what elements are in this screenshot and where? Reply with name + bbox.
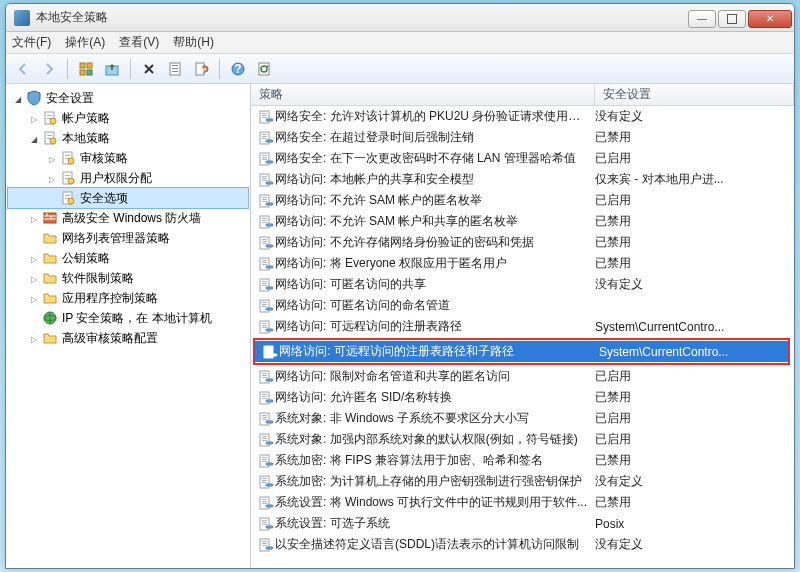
svg-rect-110 [262, 398, 267, 399]
tree-item[interactable]: 安全选项 [8, 188, 248, 208]
policy-list[interactable]: 策略 安全设置 网络安全: 允许对该计算机的 PKU2U 身份验证请求使用联..… [251, 84, 794, 568]
policy-row[interactable]: 网络访问: 限制对命名管道和共享的匿名访问已启用 [251, 366, 794, 387]
expand-icon[interactable] [28, 333, 40, 344]
svg-rect-95 [262, 327, 267, 328]
svg-point-33 [68, 198, 74, 204]
svg-rect-43 [262, 113, 267, 114]
svg-rect-113 [262, 415, 267, 416]
policy-row[interactable]: 网络访问: 可匿名访问的共享没有定义 [251, 274, 794, 295]
policy-row[interactable]: 系统设置: 将 Windows 可执行文件中的证书规则用于软件...已禁用 [251, 492, 794, 513]
help-button[interactable]: ? [227, 58, 249, 80]
svg-rect-81 [266, 266, 273, 268]
tree-item[interactable]: 用户权限分配 [8, 168, 248, 188]
policy-row[interactable]: 系统设置: 可选子系统Posix [251, 513, 794, 534]
svg-rect-64 [262, 199, 267, 200]
svg-rect-114 [262, 417, 267, 418]
svg-rect-83 [262, 281, 267, 282]
up-button[interactable] [101, 58, 123, 80]
policy-name: 系统设置: 将 Windows 可执行文件中的证书规则用于软件... [275, 494, 595, 511]
policy-row[interactable]: 网络安全: 在下一次更改密码时不存储 LAN 管理器哈希值已启用 [251, 148, 794, 169]
tree-item[interactable]: 审核策略 [8, 148, 248, 168]
policy-row[interactable]: 网络访问: 不允许 SAM 帐户和共享的匿名枚举已禁用 [251, 211, 794, 232]
tree-item-label: 高级审核策略配置 [62, 330, 158, 347]
svg-rect-143 [262, 541, 267, 542]
policy-row[interactable]: 网络访问: 不允许 SAM 帐户的匿名枚举已启用 [251, 190, 794, 211]
expand-icon[interactable] [12, 93, 24, 104]
expand-icon[interactable] [28, 293, 40, 304]
menu-file[interactable]: 文件(F) [12, 34, 51, 51]
expand-icon[interactable] [28, 253, 40, 264]
nav-tree[interactable]: 安全设置 帐户策略本地策略审核策略用户权限分配安全选项高级安全 Windows … [6, 84, 251, 568]
menu-action[interactable]: 操作(A) [65, 34, 105, 51]
expand-icon[interactable] [28, 113, 40, 124]
tree-item[interactable]: 应用程序控制策略 [8, 288, 248, 308]
back-button[interactable] [12, 58, 34, 80]
tree-item[interactable]: 软件限制策略 [8, 268, 248, 288]
policy-setting: 仅来宾 - 对本地用户进... [595, 171, 794, 188]
policy-row[interactable]: 网络访问: 不允许存储网络身份验证的密码和凭据已禁用 [251, 232, 794, 253]
tree-item-label: 帐户策略 [62, 110, 110, 127]
tree-item[interactable]: 高级安全 Windows 防火墙 [8, 208, 248, 228]
policy-icon [257, 256, 275, 272]
policy-row[interactable]: 网络安全: 在超过登录时间后强制注销已禁用 [251, 127, 794, 148]
forward-button[interactable] [38, 58, 60, 80]
titlebar[interactable]: 本地安全策略 [6, 4, 794, 32]
policy-row[interactable]: 网络访问: 可匿名访问的命名管道 [251, 295, 794, 316]
tree-item[interactable]: 本地策略 [8, 128, 248, 148]
expand-icon[interactable] [46, 153, 58, 164]
menu-view[interactable]: 查看(V) [119, 34, 159, 51]
svg-rect-63 [262, 197, 267, 198]
doc-icon [42, 110, 58, 126]
policy-row[interactable]: 系统加密: 将 FIPS 兼容算法用于加密、哈希和签名已禁用 [251, 450, 794, 471]
policy-row[interactable]: 网络访问: 本地帐户的共享和安全模型仅来宾 - 对本地用户进... [251, 169, 794, 190]
policy-row[interactable]: 网络访问: 允许匿名 SID/名称转换已禁用 [251, 387, 794, 408]
policy-setting: 已禁用 [595, 389, 794, 406]
svg-rect-9 [196, 63, 204, 75]
tree-item[interactable]: 高级审核策略配置 [8, 328, 248, 348]
policy-row[interactable]: 系统对象: 非 Windows 子系统不要求区分大小写已启用 [251, 408, 794, 429]
svg-rect-109 [262, 396, 267, 397]
svg-point-29 [68, 178, 74, 184]
policy-row[interactable]: 系统对象: 加强内部系统对象的默认权限(例如，符号链接)已启用 [251, 429, 794, 450]
policy-row[interactable]: 系统加密: 为计算机上存储的用户密钥强制进行强密钥保护没有定义 [251, 471, 794, 492]
maximize-button[interactable] [718, 10, 746, 28]
expand-icon[interactable] [28, 133, 40, 144]
tree-item[interactable]: 帐户策略 [8, 108, 248, 128]
policy-name: 网络安全: 允许对该计算机的 PKU2U 身份验证请求使用联... [275, 108, 595, 125]
svg-rect-121 [266, 442, 273, 444]
policy-row[interactable]: 网络访问: 可远程访问的注册表路径System\CurrentContro... [251, 316, 794, 337]
expand-icon[interactable] [28, 213, 40, 224]
close-button[interactable] [748, 10, 792, 28]
policy-row[interactable]: 网络安全: 允许对该计算机的 PKU2U 身份验证请求使用联...没有定义 [251, 106, 794, 127]
export-button[interactable] [190, 58, 212, 80]
svg-rect-31 [65, 195, 70, 196]
col-policy[interactable]: 策略 [251, 84, 595, 105]
tree-item[interactable]: 网络列表管理器策略 [8, 228, 248, 248]
policy-name: 系统对象: 加强内部系统对象的默认权限(例如，符号链接) [275, 431, 595, 448]
minimize-button[interactable] [688, 10, 716, 28]
svg-rect-101 [270, 354, 277, 356]
expand-icon[interactable] [28, 273, 40, 284]
tree-item[interactable]: 公钥策略 [8, 248, 248, 268]
policy-icon [257, 109, 275, 125]
policy-row[interactable]: 以安全描述符定义语言(SDDL)语法表示的计算机访问限制没有定义 [251, 534, 794, 555]
tree-root[interactable]: 安全设置 [8, 88, 248, 108]
toolbar: ? [6, 54, 794, 84]
policy-row[interactable]: 网络访问: 可远程访问的注册表路径和子路径System\CurrentContr… [255, 341, 788, 362]
show-tree-button[interactable] [75, 58, 97, 80]
refresh-button[interactable] [253, 58, 275, 80]
properties-button[interactable] [164, 58, 186, 80]
delete-button[interactable] [138, 58, 160, 80]
menu-help[interactable]: 帮助(H) [173, 34, 214, 51]
tree-item[interactable]: IP 安全策略，在 本地计算机 [8, 308, 248, 328]
svg-rect-69 [262, 220, 267, 221]
col-setting[interactable]: 安全设置 [595, 84, 794, 105]
policy-row[interactable]: 网络访问: 将 Everyone 权限应用于匿名用户已禁用 [251, 253, 794, 274]
svg-rect-74 [262, 241, 267, 242]
policy-icon [257, 390, 275, 406]
svg-rect-138 [262, 520, 267, 521]
doc-icon [60, 190, 76, 206]
svg-rect-15 [47, 115, 52, 116]
policy-setting: 没有定义 [595, 536, 794, 553]
expand-icon[interactable] [46, 173, 58, 184]
